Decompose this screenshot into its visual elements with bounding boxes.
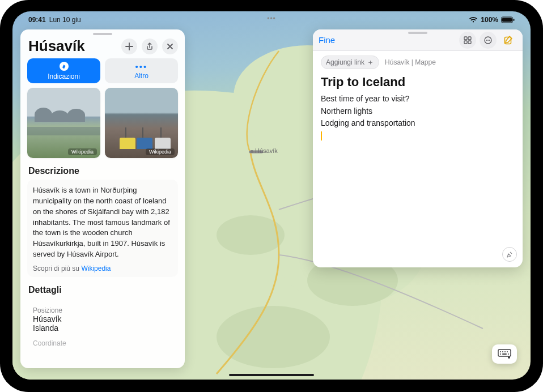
drag-handle[interactable] — [408, 32, 427, 34]
home-indicator[interactable] — [229, 374, 314, 376]
more-label: Altro — [134, 72, 149, 80]
ipad-frame: Húsavík 09:41 Lun 10 giu 100% ••• — [0, 0, 543, 392]
directions-icon — [59, 61, 69, 71]
place-photo[interactable]: Wikipedia — [27, 88, 100, 158]
close-button[interactable] — [162, 39, 178, 54]
note-title: Trip to Iceland — [321, 75, 515, 90]
notes-panel: Fine Aggiungi link ＋ — [313, 29, 523, 267]
svg-rect-19 — [502, 353, 507, 355]
svg-point-20 — [508, 353, 509, 355]
photo-source: Wikipedia — [146, 148, 175, 155]
svg-rect-4 — [464, 37, 467, 40]
svg-point-11 — [489, 40, 490, 41]
note-line: Lodging and transportation — [321, 117, 515, 130]
learn-more-link: Wikipedia — [81, 265, 111, 272]
map-terrain — [217, 306, 330, 368]
more-options-button[interactable] — [480, 32, 497, 49]
coordinate-label: Coordinate — [33, 339, 172, 347]
svg-point-16 — [504, 351, 506, 352]
multitask-dots-icon[interactable]: ••• — [267, 15, 276, 23]
text-cursor — [321, 131, 322, 140]
wifi-icon — [469, 16, 478, 23]
description-heading: Descrizione — [20, 158, 185, 180]
svg-rect-7 — [468, 41, 471, 44]
compose-button[interactable] — [500, 32, 517, 49]
svg-rect-2 — [514, 19, 515, 21]
screen: Húsavík 09:41 Lun 10 giu 100% ••• — [12, 11, 531, 380]
note-line: Northern lights — [321, 105, 515, 118]
add-link-label: Aggiungi link — [326, 58, 364, 66]
map-place-text: Húsavík — [255, 147, 278, 154]
add-link-chip[interactable]: Aggiungi link ＋ — [321, 56, 379, 69]
svg-point-17 — [507, 351, 508, 352]
svg-rect-6 — [464, 41, 467, 44]
directions-button[interactable]: Indicazioni — [27, 58, 100, 83]
note-line: Best time of year to visit? — [321, 93, 515, 105]
svg-point-18 — [500, 353, 501, 355]
done-button[interactable]: Fine — [319, 35, 335, 45]
details-heading: Dettagli — [20, 277, 185, 299]
svg-point-15 — [502, 351, 503, 352]
svg-point-14 — [500, 351, 501, 352]
position-value: Islanda — [33, 323, 172, 333]
status-date: Lun 10 giu — [49, 16, 81, 24]
svg-point-21 — [508, 356, 510, 359]
svg-point-9 — [486, 40, 487, 41]
maps-place-card: Húsavík I — [20, 29, 185, 368]
map-terrain — [217, 215, 285, 255]
drag-handle[interactable] — [93, 33, 112, 35]
svg-rect-5 — [468, 37, 471, 40]
photo-source: Wikipedia — [68, 148, 97, 155]
battery-icon — [501, 16, 515, 23]
svg-rect-1 — [502, 18, 512, 22]
learn-more-prefix: Scopri di più su — [33, 265, 81, 272]
notes-toolbar: Fine — [313, 29, 523, 51]
position-value: Húsavík — [33, 314, 172, 323]
gallery-view-button[interactable] — [459, 32, 476, 49]
keyboard-button[interactable] — [492, 344, 517, 364]
svg-rect-13 — [498, 350, 511, 356]
description-text: Húsavík is a town in Norðurþing municipa… — [33, 185, 172, 260]
note-body[interactable]: Trip to Iceland Best time of year to vis… — [313, 71, 523, 143]
add-button[interactable] — [121, 39, 137, 54]
note-breadcrumb[interactable]: Húsavík | Mappe — [385, 58, 436, 66]
handwriting-button[interactable] — [502, 247, 517, 262]
position-label: Posizione — [33, 306, 172, 314]
learn-more[interactable]: Scopri di più su Wikipedia — [33, 265, 172, 272]
directions-label: Indicazioni — [48, 73, 80, 80]
svg-point-10 — [487, 40, 489, 41]
more-icon: ••• — [135, 62, 148, 71]
details-box: Posizione Húsavík Islanda Coordinate — [27, 302, 178, 347]
place-title: Húsavík — [28, 37, 85, 55]
more-button[interactable]: ••• Altro — [105, 58, 178, 83]
description-box: Húsavík is a town in Norðurþing municipa… — [27, 180, 178, 277]
status-battery-pct: 100% — [481, 16, 498, 24]
place-photo[interactable]: Wikipedia — [105, 88, 178, 158]
map-place-label[interactable]: Húsavík — [251, 147, 278, 154]
share-button[interactable] — [142, 39, 158, 54]
plus-icon: ＋ — [367, 57, 374, 67]
status-time: 09:41 — [28, 16, 46, 24]
